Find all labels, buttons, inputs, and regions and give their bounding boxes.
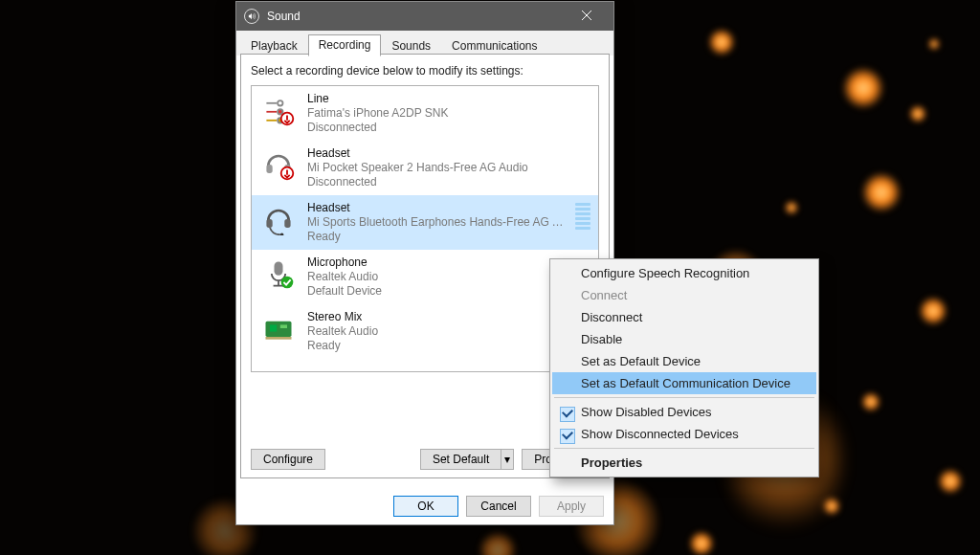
svg-rect-13 [270,324,277,331]
close-button[interactable] [568,2,606,31]
device-name: Headset [307,201,566,215]
microphone-icon [259,255,298,293]
set-default-split-button[interactable]: Set Default ▾ [420,449,514,470]
instruction-text: Select a recording device below to modif… [251,64,599,78]
device-sub: Mi Pocket Speaker 2 Hands-Free AG Audio [307,161,590,175]
close-icon [581,10,592,24]
device-list[interactable]: Line Fatima's iPhone A2DP SNK Disconnect… [251,85,599,372]
svg-point-1 [278,109,282,114]
headset-icon [259,146,298,184]
ok-button[interactable]: OK [393,496,458,517]
device-name: Microphone [307,255,590,270]
sound-icon [244,9,259,24]
menu-connect[interactable]: Connect [552,284,816,306]
device-row[interactable]: Line Fatima's iPhone A2DP SNK Disconnect… [252,86,598,141]
svg-rect-8 [284,219,290,228]
menu-separator [554,397,814,398]
menu-set-default[interactable]: Set as Default Device [552,350,816,372]
device-name: Line [307,92,590,106]
device-row[interactable]: Headset Mi Pocket Speaker 2 Hands-Free A… [252,141,598,195]
svg-rect-12 [266,322,292,337]
tab-recording[interactable]: Recording [308,34,382,56]
svg-point-11 [281,277,294,289]
device-status: Default Device [307,284,590,299]
set-default-button[interactable]: Set Default [420,449,501,470]
menu-show-disabled[interactable]: Show Disabled Devices [552,401,816,423]
level-meter [575,201,590,230]
headset-icon [259,201,298,238]
device-sub: Realtek Audio [307,270,590,284]
device-row[interactable]: Stereo Mix Realtek Audio Ready [252,304,598,359]
svg-rect-4 [266,165,272,173]
set-default-dropdown[interactable]: ▾ [501,449,514,470]
menu-disconnect[interactable]: Disconnect [552,306,816,328]
device-sub: Realtek Audio [307,324,590,339]
svg-point-9 [280,233,284,235]
context-menu[interactable]: Configure Speech Recognition Connect Dis… [549,258,819,477]
tabstrip: Playback Recording Sounds Communications [236,31,613,56]
sound-card-icon [259,310,298,347]
menu-disable[interactable]: Disable [552,328,816,350]
device-name: Headset [307,146,590,161]
apply-button[interactable]: Apply [539,496,604,517]
menu-separator [554,448,814,449]
chevron-down-icon: ▾ [504,453,510,466]
cancel-button[interactable]: Cancel [466,496,531,517]
device-status: Disconnected [307,175,590,189]
svg-rect-15 [266,337,292,340]
menu-set-default-comm[interactable]: Set as Default Communication Device [552,372,816,394]
window-title: Sound [267,10,301,23]
device-status: Ready [307,230,566,244]
device-name: Stereo Mix [307,310,590,324]
device-row[interactable]: Microphone Realtek Audio Default Device [252,250,598,304]
device-sub: Fatima's iPhone A2DP SNK [307,106,590,121]
menu-configure-speech[interactable]: Configure Speech Recognition [552,262,816,284]
titlebar[interactable]: Sound [236,2,613,31]
menu-show-disconnected[interactable]: Show Disconnected Devices [552,423,816,445]
menu-properties[interactable]: Properties [552,452,816,474]
device-status: Ready [307,339,590,353]
device-sub: Mi Sports Bluetooth Earphones Hands-Free… [307,215,566,230]
device-row-selected[interactable]: Headset Mi Sports Bluetooth Earphones Ha… [252,195,598,250]
line-in-icon [259,92,298,129]
svg-rect-7 [266,219,272,228]
configure-button[interactable]: Configure [251,449,325,470]
device-status: Disconnected [307,121,590,135]
svg-rect-14 [280,324,287,328]
svg-rect-10 [275,261,283,275]
svg-point-0 [278,100,282,105]
